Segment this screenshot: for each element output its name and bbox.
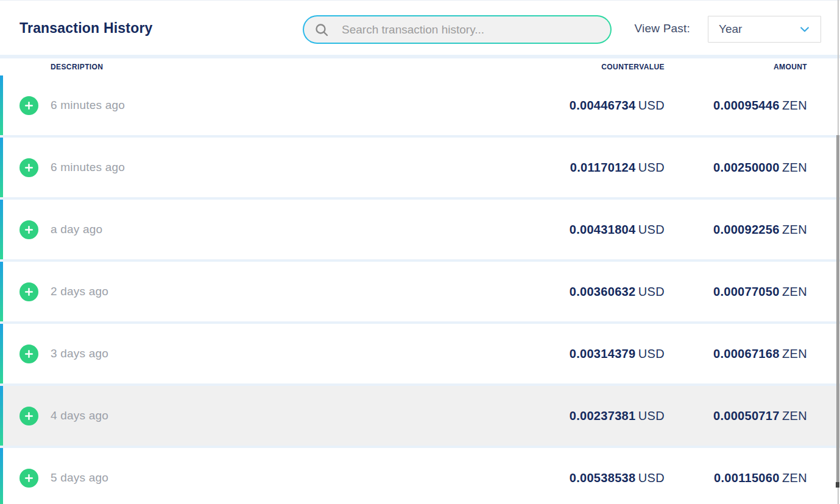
search-box	[303, 15, 612, 44]
chevron-down-icon	[799, 23, 811, 35]
scrollbar-thumb[interactable]	[836, 135, 839, 487]
transaction-time: a day ago	[51, 223, 500, 236]
amount-number: 0.00077050	[713, 285, 780, 298]
transaction-countervalue: 0.00360632 USD	[500, 285, 665, 299]
transaction-row[interactable]: 6 minutes ago 0.00446734 USD 0.00095446 …	[0, 75, 840, 135]
amount-number: 0.00115060	[714, 471, 780, 485]
column-header-amount: AMOUNT	[665, 63, 807, 71]
transaction-row[interactable]: 6 minutes ago 0.01170124 USD 0.00250000 …	[0, 138, 840, 197]
transaction-countervalue: 0.01170124 USD	[500, 161, 665, 175]
view-past-label: View Past:	[635, 22, 690, 35]
transaction-row[interactable]: 2 days ago 0.00360632 USD 0.00077050 ZEN	[0, 262, 840, 321]
transaction-countervalue: 0.00314379 USD	[500, 347, 665, 361]
transaction-time: 5 days ago	[51, 471, 500, 485]
countervalue-currency: USD	[638, 347, 665, 360]
plus-circle-icon	[19, 158, 38, 177]
transaction-time: 4 days ago	[51, 409, 500, 422]
amount-currency: ZEN	[782, 347, 807, 360]
transaction-time: 3 days ago	[51, 347, 500, 360]
amount-currency: ZEN	[782, 471, 807, 485]
plus-circle-icon	[19, 407, 38, 425]
amount-number: 0.00095446	[713, 99, 780, 112]
amount-currency: ZEN	[782, 161, 807, 174]
transaction-list: 6 minutes ago 0.00446734 USD 0.00095446 …	[0, 75, 840, 504]
countervalue-number: 0.00360632	[570, 285, 636, 298]
row-icon-cell	[3, 96, 51, 115]
countervalue-number: 0.00538538	[570, 471, 636, 485]
transaction-countervalue: 0.00446734 USD	[500, 99, 665, 113]
amount-number: 0.00250000	[713, 161, 780, 174]
plus-circle-icon	[19, 282, 38, 301]
transaction-time: 2 days ago	[51, 285, 500, 298]
row-icon-cell	[3, 220, 51, 239]
transaction-row[interactable]: 3 days ago 0.00314379 USD 0.00067168 ZEN	[0, 324, 840, 383]
transaction-amount: 0.00095446 ZEN	[665, 99, 807, 113]
transaction-row[interactable]: 5 days ago 0.00538538 USD 0.00115060 ZEN	[0, 448, 840, 504]
scrollbar-thumb-end	[836, 482, 839, 488]
countervalue-number: 0.00446734	[570, 99, 636, 112]
countervalue-number: 0.01170124	[570, 161, 636, 174]
amount-currency: ZEN	[782, 285, 807, 298]
plus-circle-icon	[19, 220, 38, 239]
transaction-countervalue: 0.00237381 USD	[500, 409, 665, 423]
transaction-amount: 0.00092256 ZEN	[665, 223, 807, 237]
amount-number: 0.00050717	[713, 409, 780, 422]
search-input[interactable]	[304, 16, 610, 43]
row-icon-cell	[3, 158, 51, 177]
amount-currency: ZEN	[782, 99, 807, 112]
table-column-header: DESCRIPTION COUNTERVALUE AMOUNT	[0, 58, 840, 75]
plus-circle-icon	[19, 345, 38, 363]
countervalue-currency: USD	[638, 223, 665, 236]
transaction-time: 6 minutes ago	[51, 161, 500, 174]
countervalue-number: 0.00237381	[570, 409, 636, 422]
transaction-countervalue: 0.00538538 USD	[500, 471, 665, 485]
countervalue-currency: USD	[638, 409, 665, 422]
transaction-time: 6 minutes ago	[51, 99, 500, 112]
amount-currency: ZEN	[782, 223, 807, 236]
amount-currency: ZEN	[782, 409, 807, 422]
countervalue-currency: USD	[638, 471, 665, 485]
row-icon-cell	[3, 407, 51, 425]
transaction-amount: 0.00077050 ZEN	[665, 285, 807, 299]
row-icon-cell	[3, 469, 51, 488]
plus-circle-icon	[19, 469, 38, 488]
column-header-countervalue: COUNTERVALUE	[500, 63, 665, 71]
transaction-row[interactable]: a day ago 0.00431804 USD 0.00092256 ZEN	[0, 200, 840, 259]
amount-number: 0.00092256	[713, 223, 780, 236]
page-header: Transaction History View Past: Year	[0, 0, 840, 55]
row-icon-cell	[3, 282, 51, 301]
page-title: Transaction History	[19, 20, 153, 37]
transaction-row[interactable]: 4 days ago 0.00237381 USD 0.00050717 ZEN	[0, 386, 840, 446]
transaction-countervalue: 0.00431804 USD	[500, 223, 665, 237]
transaction-amount: 0.00250000 ZEN	[665, 161, 807, 175]
row-icon-cell	[3, 345, 51, 363]
view-past-selected-value: Year	[719, 23, 742, 36]
transaction-amount: 0.00115060 ZEN	[665, 471, 807, 485]
countervalue-number: 0.00314379	[570, 347, 636, 360]
countervalue-number: 0.00431804	[570, 223, 636, 236]
transaction-amount: 0.00067168 ZEN	[665, 347, 807, 361]
countervalue-currency: USD	[638, 99, 665, 112]
plus-circle-icon	[19, 96, 38, 115]
countervalue-currency: USD	[638, 285, 665, 298]
amount-number: 0.00067168	[713, 347, 780, 360]
column-header-description: DESCRIPTION	[51, 63, 500, 71]
view-past-select[interactable]: Year	[708, 16, 821, 43]
transaction-amount: 0.00050717 ZEN	[665, 409, 807, 423]
countervalue-currency: USD	[638, 161, 665, 174]
